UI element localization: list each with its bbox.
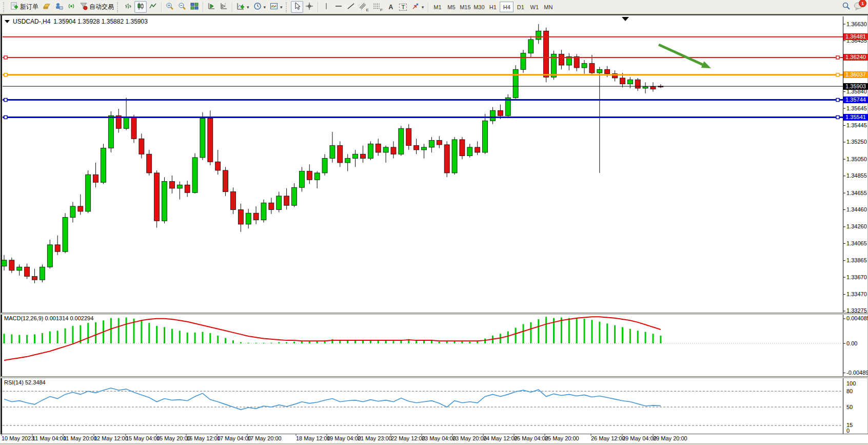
- zoom-out-icon: [178, 2, 186, 12]
- toolbar-grip[interactable]: [117, 2, 120, 12]
- macd-histogram-bar: [270, 343, 272, 343]
- vertical-line-icon: [322, 2, 330, 12]
- chart-surface[interactable]: [0, 15, 868, 445]
- search-icon[interactable]: [842, 2, 851, 12]
- timeframe-w1-button[interactable]: W1: [527, 2, 541, 12]
- timeframe-mn-button[interactable]: MN: [541, 2, 555, 12]
- candle-down: [406, 128, 411, 145]
- level-handle[interactable]: [4, 115, 7, 119]
- fibonacci-button[interactable]: F: [371, 1, 385, 13]
- level-handle[interactable]: [4, 73, 7, 76]
- macd-histogram-bar: [568, 318, 570, 343]
- timeframe-toolbar: M1M5M15M30H1H4D1W1MN: [430, 2, 555, 12]
- level-handle[interactable]: [836, 115, 839, 119]
- candle-down: [139, 139, 144, 154]
- candlestick-chart-button[interactable]: [134, 1, 147, 13]
- horizontal-line-icon: [334, 2, 343, 12]
- chart-shift-marker-icon[interactable]: [622, 17, 629, 21]
- candle-down: [307, 171, 312, 180]
- autotrading-button[interactable]: 自动交易: [77, 1, 116, 13]
- market-watch-icon: [43, 2, 51, 12]
- timeframe-m1-button[interactable]: M1: [430, 2, 444, 12]
- timeframe-h1-button[interactable]: H1: [486, 2, 500, 12]
- candle-up: [86, 175, 91, 211]
- text-label-button[interactable]: T: [397, 1, 409, 13]
- templates-dropdown-icon[interactable]: ▾: [280, 5, 283, 10]
- level-handle[interactable]: [836, 56, 839, 59]
- signals-button[interactable]: [65, 1, 77, 13]
- auto-scroll-button[interactable]: [205, 1, 218, 13]
- symbol-dropdown-icon[interactable]: [5, 20, 10, 23]
- macd-histogram-bar: [34, 334, 35, 343]
- rsi-pane-separator[interactable]: [0, 376, 868, 378]
- zoom-in-button[interactable]: [164, 1, 176, 13]
- macd-pane-separator[interactable]: [0, 313, 868, 315]
- candle-up: [162, 182, 167, 221]
- level-handle[interactable]: [836, 99, 839, 102]
- arrows-dropdown-icon[interactable]: ▾: [422, 5, 424, 10]
- indicators-dropdown-icon[interactable]: ▾: [247, 5, 249, 10]
- zoom-out-button[interactable]: [176, 1, 188, 13]
- timeframe-m30-button[interactable]: M30: [472, 2, 486, 12]
- bar-chart-button[interactable]: [122, 1, 134, 13]
- trendline-icon: [347, 2, 355, 12]
- chart-shift-button[interactable]: [218, 1, 230, 13]
- trend-arrow-annotation[interactable]: [659, 45, 703, 65]
- market-watch-button[interactable]: [41, 1, 53, 13]
- macd-histogram-bar: [660, 336, 661, 343]
- templates-button[interactable]: ▾: [268, 1, 285, 13]
- time-tick-label: 29 May 20:00: [653, 435, 687, 441]
- toolbar-separator: [161, 2, 162, 13]
- candlestick-chart-icon: [136, 2, 145, 12]
- zoom-in-icon: [166, 2, 174, 12]
- periods-button[interactable]: ▾: [251, 1, 268, 13]
- chart-window[interactable]: USDCAD-,H4 1.35904 1.35928 1.35882 1.359…: [0, 14, 868, 445]
- candle-down: [223, 170, 228, 192]
- toolbar-grip[interactable]: [3, 2, 6, 12]
- time-tick-label: 16 May 12:00: [186, 435, 221, 441]
- timeframe-d1-button[interactable]: D1: [514, 2, 527, 12]
- indicators-icon: [236, 2, 245, 12]
- line-chart-button[interactable]: [147, 1, 159, 13]
- macd-histogram-bar: [538, 319, 539, 343]
- time-tick-label: 21 May 23:00: [358, 435, 392, 441]
- timeframe-m15-button[interactable]: M15: [458, 2, 472, 12]
- level-handle[interactable]: [836, 73, 839, 76]
- time-tick-label: 11 May 04:00: [32, 435, 66, 441]
- level-handle[interactable]: [4, 56, 7, 59]
- tile-windows-button[interactable]: [188, 1, 201, 13]
- macd-histogram-bar: [637, 331, 639, 343]
- macd-histogram-bar: [217, 336, 219, 343]
- macd-histogram-bar: [584, 319, 585, 343]
- trendline-button[interactable]: [345, 1, 357, 13]
- arrows-button[interactable]: ▾: [409, 1, 426, 13]
- macd-histogram-bar: [141, 320, 142, 343]
- rsi-axis-label: 100: [846, 380, 856, 386]
- crosshair-button[interactable]: [303, 1, 315, 13]
- text-button[interactable]: A: [385, 1, 397, 13]
- periods-dropdown-icon[interactable]: ▾: [264, 5, 266, 10]
- timeframe-m5-button[interactable]: M5: [444, 2, 458, 12]
- candle-down: [559, 54, 564, 65]
- new-order-button[interactable]: 新订单: [8, 1, 41, 13]
- candle-up: [124, 118, 129, 129]
- new-order-icon: [10, 2, 18, 12]
- macd-histogram-bar: [255, 343, 257, 343]
- macd-histogram-bar: [72, 326, 73, 343]
- toolbar-grip[interactable]: [286, 2, 289, 12]
- rsi-axis-label: 50: [846, 404, 853, 410]
- vertical-line-button[interactable]: [320, 1, 332, 13]
- notifications-button[interactable]: 1: [854, 2, 864, 12]
- timeframe-h4-button[interactable]: H4: [500, 2, 514, 12]
- macd-histogram-bar: [126, 317, 127, 343]
- horizontal-line-button[interactable]: [332, 1, 345, 13]
- macd-histogram-bar: [515, 327, 517, 343]
- equidistant-channel-button[interactable]: E: [357, 1, 371, 13]
- level-handle[interactable]: [4, 99, 7, 102]
- cursor-button[interactable]: [291, 1, 303, 13]
- line-chart-icon: [149, 2, 157, 12]
- indicators-button[interactable]: ▾: [234, 1, 251, 13]
- candle-down: [360, 154, 365, 158]
- data-window-button[interactable]: [53, 1, 65, 13]
- rsi-name: RSI(14): [4, 379, 24, 385]
